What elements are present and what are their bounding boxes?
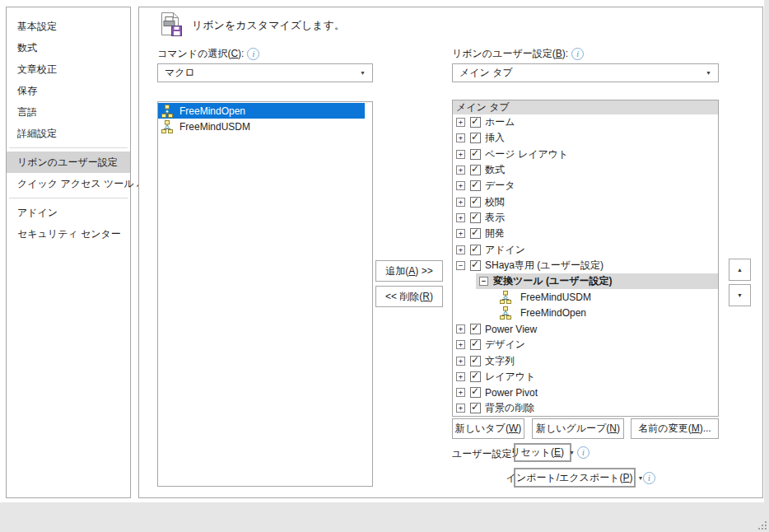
sidebar-item-addins[interactable]: アドイン <box>7 202 130 223</box>
sidebar-item-formulas[interactable]: 数式 <box>7 37 130 58</box>
tree-row-view[interactable]: + 表示 <box>453 210 718 226</box>
checkbox-checked[interactable] <box>470 228 481 239</box>
expand-icon[interactable]: + <box>456 357 465 366</box>
checkbox-checked[interactable] <box>470 371 481 382</box>
sidebar-item-quick-access-toolbar[interactable]: クイック アクセス ツール バー <box>7 173 130 194</box>
tree-row-text[interactable]: + 文字列 <box>453 352 718 368</box>
sidebar-item-advanced[interactable]: 詳細設定 <box>7 123 130 144</box>
expand-icon[interactable]: + <box>456 404 465 413</box>
collapse-icon[interactable]: − <box>456 261 465 270</box>
dropdown-value: マクロ <box>165 66 195 80</box>
checkbox-checked[interactable] <box>470 149 481 160</box>
sidebar-divider <box>9 147 128 148</box>
expand-icon[interactable]: + <box>456 388 465 397</box>
checkbox-checked[interactable] <box>470 180 481 191</box>
chevron-down-icon: ▼ <box>706 70 711 76</box>
ribbon-tabs-tree[interactable]: メイン タブ + ホーム + 挿入 + ページ レイアウト + 数式 + データ… <box>452 100 719 417</box>
collapse-icon[interactable]: − <box>479 277 488 286</box>
panel-description: リボンをカスタマイズします。 <box>192 18 345 33</box>
tree-row-developer[interactable]: + 開発 <box>453 226 718 241</box>
sidebar-item-trust-center[interactable]: セキュリティ センター <box>7 223 130 245</box>
customize-ribbon-icon <box>157 12 184 40</box>
checkbox-checked[interactable] <box>470 387 481 398</box>
list-item-freemindusdm[interactable]: FreeMindUSDM <box>158 119 372 134</box>
checkbox-checked[interactable] <box>470 403 481 413</box>
tree-row-formulas[interactable]: + 数式 <box>453 162 718 178</box>
tree-row-freemindopen[interactable]: FreeMindOpen <box>453 306 718 321</box>
macro-icon <box>499 291 512 304</box>
expand-icon[interactable]: + <box>456 324 465 334</box>
sidebar-item-language[interactable]: 言語 <box>7 101 130 123</box>
checkbox-checked[interactable] <box>470 117 481 128</box>
info-icon[interactable]: i <box>577 446 590 459</box>
move-up-button[interactable]: ▲ <box>729 259 751 281</box>
tree-row-insert[interactable]: + 挿入 <box>453 130 718 146</box>
expand-icon[interactable]: + <box>456 133 465 142</box>
tree-group-header: メイン タブ <box>453 100 718 114</box>
tree-row-freemindusdm[interactable]: FreeMindUSDM <box>453 289 718 305</box>
checkbox-checked[interactable] <box>470 197 481 208</box>
expand-icon[interactable]: + <box>456 118 465 127</box>
sidebar-item-proofing[interactable]: 文章校正 <box>7 58 130 80</box>
new-group-button[interactable]: 新しいグループ(N) <box>532 418 624 439</box>
tree-row-shaya-custom-tab[interactable]: − SHaya専用 (ユーザー設定) <box>453 258 718 273</box>
new-tab-button[interactable]: 新しいタブ(W) <box>452 418 524 439</box>
checkbox-checked[interactable] <box>470 356 481 366</box>
expand-icon[interactable]: + <box>456 245 465 254</box>
expand-icon[interactable]: + <box>456 166 465 175</box>
macro-icon <box>499 306 512 320</box>
expand-icon[interactable]: + <box>456 198 465 207</box>
rename-button[interactable]: 名前の変更(M)... <box>631 418 719 439</box>
tree-row-power-pivot[interactable]: + Power Pivot <box>453 385 718 400</box>
expand-icon[interactable]: + <box>456 229 465 238</box>
sidebar-item-general[interactable]: 基本設定 <box>7 16 130 37</box>
tree-row-conversion-tools-group[interactable]: − 変換ツール (ユーザー設定) <box>476 273 718 289</box>
checkbox-checked[interactable] <box>470 324 481 334</box>
tree-row-layout[interactable]: + レイアウト <box>453 369 718 385</box>
customize-ribbon-label: リボンのユーザー設定(B): i <box>452 47 584 61</box>
macro-icon <box>161 120 174 133</box>
sidebar-item-customize-ribbon[interactable]: リボンのユーザー設定 <box>7 152 130 173</box>
tree-row-data[interactable]: + データ <box>453 178 718 194</box>
reset-button[interactable]: リセット(E) ▼ <box>514 443 571 462</box>
up-arrow-icon: ▲ <box>737 267 743 273</box>
choose-commands-label: コマンドの選択(C): i <box>157 47 259 61</box>
tree-row-addins[interactable]: + アドイン <box>453 241 718 257</box>
list-item-freemindopen[interactable]: FreeMindOpen <box>158 103 365 119</box>
chevron-down-icon: ▼ <box>569 450 575 455</box>
customize-ribbon-panel: リボンをカスタマイズします。 コマンドの選択(C): i マクロ ▼ FreeM… <box>138 7 763 498</box>
expand-icon[interactable]: + <box>456 213 465 222</box>
checkbox-checked[interactable] <box>470 212 481 223</box>
resize-grip[interactable] <box>765 528 767 530</box>
checkbox-checked[interactable] <box>470 133 481 143</box>
expand-icon[interactable]: + <box>456 150 465 159</box>
customize-ribbon-dropdown[interactable]: メイン タブ ▼ <box>452 63 719 82</box>
down-arrow-icon: ▼ <box>737 292 743 298</box>
checkbox-checked[interactable] <box>470 260 481 271</box>
checkbox-checked[interactable] <box>470 245 481 255</box>
checkbox-checked[interactable] <box>470 339 481 350</box>
expand-icon[interactable]: + <box>456 181 465 190</box>
dropdown-value: メイン タブ <box>459 66 513 80</box>
move-down-button[interactable]: ▼ <box>729 284 751 306</box>
choose-commands-dropdown[interactable]: マクロ ▼ <box>157 63 373 82</box>
expand-icon[interactable]: + <box>456 372 465 381</box>
tree-row-home[interactable]: + ホーム <box>453 114 718 130</box>
import-export-button[interactable]: インポート/エクスポート(P) ▼ <box>514 468 636 488</box>
info-icon[interactable]: i <box>571 48 584 60</box>
tree-row-page-layout[interactable]: + ページ レイアウト <box>453 147 718 162</box>
dialog-footer: OK キャンセル <box>0 502 769 532</box>
info-icon[interactable]: i <box>247 48 259 60</box>
tree-row-power-view[interactable]: + Power View <box>453 321 718 337</box>
tree-row-background-removal[interactable]: + 背景の削除 <box>453 400 718 416</box>
checkbox-checked[interactable] <box>470 165 481 175</box>
add-button[interactable]: 追加(A) >> <box>375 260 443 282</box>
info-icon[interactable]: i <box>643 472 655 484</box>
tree-row-review[interactable]: + 校閲 <box>453 194 718 209</box>
tree-row-design[interactable]: + デザイン <box>453 337 718 352</box>
commands-listbox[interactable]: FreeMindOpen FreeMindUSDM <box>157 101 373 487</box>
remove-button[interactable]: << 削除(R) <box>375 286 443 307</box>
sidebar-item-save[interactable]: 保存 <box>7 80 130 101</box>
expand-icon[interactable]: + <box>456 340 465 349</box>
dialog-edge <box>764 0 769 502</box>
